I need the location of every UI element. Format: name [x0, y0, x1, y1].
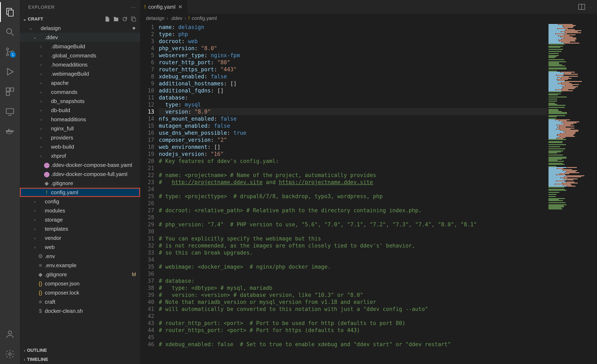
tree-label: xhprof	[51, 153, 66, 159]
tree-label: storage	[45, 217, 63, 223]
explorer-icon[interactable]	[0, 2, 20, 22]
activity-bar: 1	[0, 0, 20, 364]
tree-file[interactable]: ⬤.ddev-docker-compose-base.yaml	[20, 160, 140, 170]
accounts-icon[interactable]	[0, 324, 20, 344]
tree-file[interactable]: ⬤.ddev-docker-compose-full.yaml	[20, 170, 140, 179]
tree-label: modules	[45, 207, 65, 214]
tree-file[interactable]: ≡craft	[20, 297, 140, 306]
tree-file[interactable]: $docker-clean.sh	[20, 306, 140, 316]
minimap[interactable]	[547, 23, 597, 364]
chevron-right-icon: ›	[184, 15, 186, 21]
sidebar: EXPLORER ··· ⌄ CRAFT ⌄delasign⌄.ddev›.db…	[20, 0, 140, 364]
breadcrumb-segment[interactable]: delasign	[146, 15, 164, 21]
tree-label: web	[45, 244, 55, 250]
source-control-icon[interactable]: 1	[0, 42, 20, 62]
tree-label: .global_commands	[51, 52, 96, 59]
tree-folder[interactable]: ›db_snapshots	[20, 97, 140, 106]
new-file-icon[interactable]	[104, 16, 110, 22]
search-icon[interactable]	[0, 22, 20, 42]
tree-folder[interactable]: ›modules	[20, 206, 140, 215]
tree-label: .env	[45, 253, 55, 260]
chevron-down-icon: ⌄	[22, 16, 28, 22]
tree-label: commands	[51, 89, 77, 95]
tree-label: .homeadditions	[51, 62, 87, 68]
tree-label: craft	[45, 299, 55, 305]
outline-section[interactable]: › OUTLINE	[20, 346, 140, 355]
scm-badge: 1	[10, 52, 16, 58]
tree-file[interactable]: {}composer.json	[20, 279, 140, 288]
close-icon[interactable]: ✕	[178, 4, 183, 10]
svg-rect-10	[6, 92, 9, 95]
tree-folder[interactable]: ›commands	[20, 87, 140, 97]
extensions-icon[interactable]	[0, 82, 20, 102]
split-editor-icon[interactable]	[578, 3, 585, 10]
dirty-dot-icon	[133, 27, 135, 29]
workspace-section[interactable]: ⌄ CRAFT	[20, 15, 140, 24]
timeline-section[interactable]: › TIMELINE	[20, 355, 140, 364]
collapse-all-icon[interactable]	[131, 16, 136, 22]
tree-label: .gitignore	[45, 271, 67, 278]
tree-file[interactable]: !config.yaml	[20, 188, 140, 197]
tree-label: composer.lock	[45, 290, 79, 296]
docker-icon[interactable]	[0, 121, 20, 141]
tree-file[interactable]: {}composer.lock	[20, 288, 140, 297]
tree-folder[interactable]: ⌄delasign	[20, 24, 140, 33]
tree-label: web-build	[51, 144, 74, 150]
tree-file[interactable]: ≡.env.example	[20, 261, 140, 270]
tree-file[interactable]: ⚙.env	[20, 252, 140, 261]
chevron-right-icon: ›	[22, 357, 27, 362]
outline-label: OUTLINE	[27, 348, 47, 353]
tree-folder[interactable]: ›web-build	[20, 142, 140, 151]
tree-folder[interactable]: ›.homeadditions	[20, 60, 140, 69]
svg-rect-20	[133, 18, 136, 21]
chevron-right-icon: ›	[166, 15, 168, 21]
tree-folder[interactable]: ›.dbimageBuild	[20, 42, 140, 51]
tree-label: .ddev-docker-compose-base.yaml	[51, 162, 132, 168]
tree-label: .dbimageBuild	[51, 43, 85, 50]
tree-folder[interactable]: ›xhprof	[20, 151, 140, 160]
tree-folder[interactable]: ›db-build	[20, 106, 140, 115]
tree-folder[interactable]: ›.global_commands	[20, 51, 140, 60]
svg-point-18	[9, 353, 11, 355]
tree-folder[interactable]: ›nginx_full	[20, 124, 140, 133]
tree-label: db_snapshots	[51, 98, 85, 104]
new-folder-icon[interactable]	[113, 16, 119, 22]
tree-folder[interactable]: ›vendor	[20, 233, 140, 243]
settings-gear-icon[interactable]	[0, 344, 20, 364]
tree-folder[interactable]: ⌄.ddev	[20, 33, 140, 42]
tree-label: .webimageBuild	[51, 71, 89, 77]
tree-folder[interactable]: ›providers	[20, 133, 140, 142]
explorer-title: EXPLORER	[28, 5, 55, 10]
tree-label: nginx_full	[51, 125, 74, 132]
yaml-warn-icon: !	[188, 15, 190, 21]
tree-label: providers	[51, 135, 73, 141]
tree-label: .ddev-docker-compose-full.yaml	[51, 171, 127, 177]
more-icon[interactable]: ···	[131, 5, 136, 10]
refresh-icon[interactable]	[122, 16, 128, 22]
tree-folder[interactable]: ›templates	[20, 224, 140, 233]
line-gutter: 1234567891011121314151617181920212223242…	[140, 23, 159, 364]
remote-icon[interactable]	[0, 102, 20, 121]
tree-folder[interactable]: ›apache	[20, 78, 140, 87]
tree-folder[interactable]: ›config	[20, 197, 140, 206]
breadcrumb-segment[interactable]: config.yaml	[192, 15, 217, 21]
tab-config-yaml[interactable]: ! config.yaml ✕	[140, 0, 187, 14]
tree-folder[interactable]: ›storage	[20, 215, 140, 224]
tree-label: apache	[51, 80, 69, 86]
file-tree: ⌄delasign⌄.ddev›.dbimageBuild›.global_co…	[20, 24, 140, 346]
tree-folder[interactable]: ›web	[20, 243, 140, 252]
more-actions-icon[interactable]: ···	[589, 5, 593, 8]
tree-folder[interactable]: ›homeadditions	[20, 115, 140, 124]
run-debug-icon[interactable]	[0, 62, 20, 82]
breadcrumb[interactable]: delasign›.ddev›! config.yaml	[140, 14, 597, 23]
tree-file[interactable]: ◆.gitignoreM	[20, 270, 140, 279]
tree-folder[interactable]: ›.webimageBuild	[20, 69, 140, 78]
breadcrumb-segment[interactable]: .ddev	[170, 15, 182, 21]
tree-label: docker-clean.sh	[45, 308, 83, 314]
tree-label: .env.example	[45, 262, 77, 269]
tree-file[interactable]: ◆.gitignore	[20, 179, 140, 188]
code-area[interactable]: name: delasigntype: phpdocroot: webphp_v…	[159, 23, 547, 364]
svg-rect-1	[8, 10, 13, 16]
sidebar-header: EXPLORER ···	[20, 0, 140, 15]
tree-label: composer.json	[45, 280, 80, 287]
